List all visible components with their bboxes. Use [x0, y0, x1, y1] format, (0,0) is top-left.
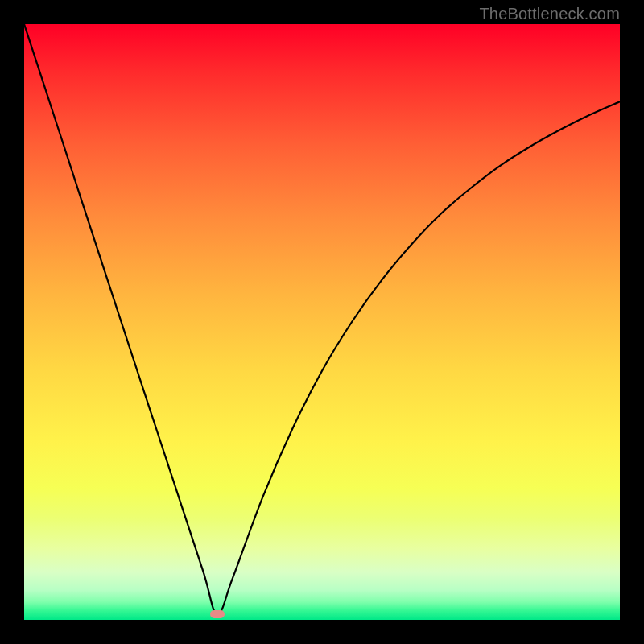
bottleneck-curve: [24, 24, 620, 620]
minimum-marker: [210, 610, 225, 618]
plot-area: [24, 24, 620, 620]
chart-frame: TheBottleneck.com: [0, 0, 644, 644]
watermark-text: TheBottleneck.com: [479, 5, 620, 23]
